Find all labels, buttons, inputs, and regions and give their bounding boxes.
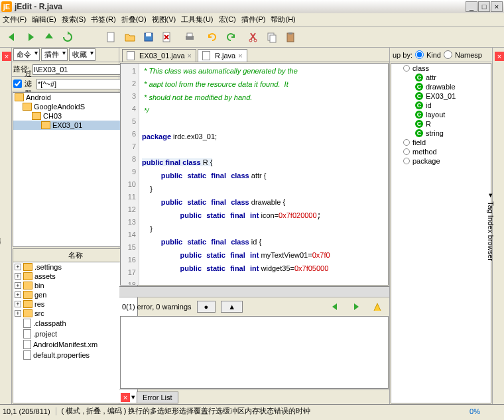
menu-view[interactable]: 视图(V) (152, 15, 176, 25)
new-icon[interactable] (103, 29, 119, 45)
error-panel-dropdown-icon[interactable]: ▾ (131, 393, 135, 401)
editor-tabs: EX03_01.java× R.java× (119, 48, 389, 62)
app-logo: jE (1, 1, 12, 12)
close-tab-icon[interactable]: × (238, 52, 242, 60)
tag-item[interactable]: Cattr (391, 73, 491, 82)
statusbar: 10,1 (205/811) ( 模式 , 折叠 , 编码 ) 换行的多选矩形选… (0, 404, 504, 417)
tag-item[interactable]: Cid (391, 101, 491, 110)
tree-item[interactable]: +res (13, 299, 137, 309)
expand-icon[interactable]: + (15, 310, 21, 317)
expand-icon[interactable]: + (15, 282, 21, 289)
tree-item[interactable]: .project (13, 329, 137, 339)
back-icon[interactable] (4, 29, 20, 45)
class-icon: C (415, 120, 423, 128)
cursor-position: 10,1 (205/811) (3, 407, 56, 415)
filter-input[interactable] (36, 79, 131, 89)
folder-icon (23, 291, 32, 299)
menu-fold[interactable]: 折叠(O) (121, 15, 147, 25)
svg-rect-11 (288, 32, 292, 34)
menu-edit[interactable]: 编辑(E) (32, 15, 56, 25)
warning-filter-button[interactable]: ▲ (221, 301, 243, 313)
horizontal-scrollbar[interactable] (119, 286, 389, 297)
filter-checkbox[interactable] (13, 79, 22, 88)
tag-tree[interactable]: class CattrCdrawableCEX03_01CidClayoutCR… (391, 63, 491, 403)
tag-item[interactable]: Cstring (391, 129, 491, 138)
prev-error-icon[interactable] (327, 299, 343, 315)
class-icon: C (415, 74, 423, 81)
tree-item[interactable]: +bin (13, 281, 137, 290)
tag-item[interactable]: Cdrawable (391, 82, 491, 91)
save-icon[interactable] (141, 29, 157, 45)
expand-icon[interactable]: + (15, 301, 21, 307)
refresh-icon[interactable] (60, 29, 76, 45)
svg-rect-0 (107, 32, 114, 42)
error-filter-button[interactable]: ● (197, 301, 216, 313)
groupby-kind-radio[interactable] (415, 50, 424, 59)
undo-icon[interactable] (204, 29, 220, 45)
maximize-button[interactable]: □ (478, 1, 490, 12)
expand-icon[interactable]: + (15, 273, 21, 280)
cmd-dropdown[interactable]: 命令 (13, 48, 40, 61)
expand-icon[interactable] (403, 65, 410, 72)
fav-dropdown[interactable]: 收藏 (69, 48, 95, 61)
expand-icon[interactable]: + (15, 264, 21, 270)
forward-icon[interactable] (23, 29, 38, 45)
groupby-namespace-radio[interactable] (444, 50, 452, 59)
close-error-panel-icon[interactable]: × (121, 393, 130, 402)
expand-icon[interactable] (403, 148, 410, 155)
tree-item[interactable]: +gen (13, 290, 137, 299)
tree-item[interactable]: default.properties (13, 350, 137, 360)
menu-help[interactable]: 帮助(H) (271, 15, 295, 25)
error-panel[interactable] (120, 316, 389, 389)
cut-icon[interactable] (245, 29, 261, 45)
print-icon[interactable] (182, 29, 198, 45)
close-tab-icon[interactable]: × (188, 52, 192, 60)
right-panel-tab[interactable]: × ▾ Tag Index browser (492, 48, 504, 404)
tab-ex03[interactable]: EX03_01.java× (122, 49, 196, 62)
tree-item[interactable]: .classpath (13, 318, 137, 329)
close-button[interactable]: × (491, 1, 503, 12)
expand-icon[interactable]: + (15, 291, 21, 298)
menu-search[interactable]: 搜索(S) (62, 15, 86, 25)
paste-icon[interactable] (283, 29, 298, 45)
minimize-button[interactable]: _ (466, 1, 477, 12)
up-icon[interactable] (41, 29, 57, 45)
tag-item[interactable]: Clayout (391, 110, 491, 119)
column-header-name[interactable]: 名称 (68, 250, 83, 260)
tag-item: method (391, 147, 491, 156)
tree-item: EX03_01 (13, 121, 137, 130)
close-file-icon[interactable] (159, 29, 175, 45)
menu-plugins[interactable]: 插件(P) (241, 15, 266, 25)
menu-macro[interactable]: 宏(C) (219, 15, 236, 25)
close-panel-icon[interactable]: × (2, 52, 11, 61)
code-editor[interactable]: 123456789101112131415161718 * This class… (120, 63, 389, 286)
expand-icon[interactable] (403, 139, 410, 146)
left-panel-tab[interactable]: × ▾ 文件浏览器 (0, 48, 12, 404)
copy-icon[interactable] (264, 29, 280, 45)
tree-item: Android (13, 93, 137, 102)
error-list-tab[interactable]: Error List (137, 392, 178, 403)
expand-icon[interactable] (403, 158, 410, 164)
menu-bookmark[interactable]: 书签(R) (91, 15, 115, 25)
menu-file[interactable]: 文件(F) (3, 15, 27, 25)
menu-tools[interactable]: 工具集(U) (181, 15, 213, 25)
open-icon[interactable] (122, 29, 138, 45)
close-panel-icon[interactable]: × (495, 52, 504, 61)
tree-item[interactable]: +src (13, 309, 137, 318)
tab-r[interactable]: R.java× (198, 49, 247, 62)
svg-rect-5 (187, 33, 192, 36)
next-error-icon[interactable] (348, 299, 364, 315)
file-icon (23, 340, 31, 349)
tree-item[interactable]: AndroidManifest.xm (13, 339, 137, 350)
plugins-dropdown[interactable]: 插件 (41, 48, 68, 61)
titlebar: jE jEdit - R.java _ □ × (0, 0, 504, 13)
tree-item[interactable]: +.settings (13, 262, 137, 272)
path-input[interactable] (32, 64, 131, 75)
redo-icon[interactable] (223, 29, 239, 45)
tree-item: GoogleAndoidS (13, 102, 137, 111)
tag-item[interactable]: CEX03_01 (391, 91, 491, 101)
tag-item[interactable]: CR (391, 119, 491, 129)
tree-item[interactable]: +assets (13, 272, 137, 281)
clear-errors-icon[interactable] (369, 299, 385, 315)
code-content[interactable]: * This class was automatically generated… (139, 64, 388, 285)
